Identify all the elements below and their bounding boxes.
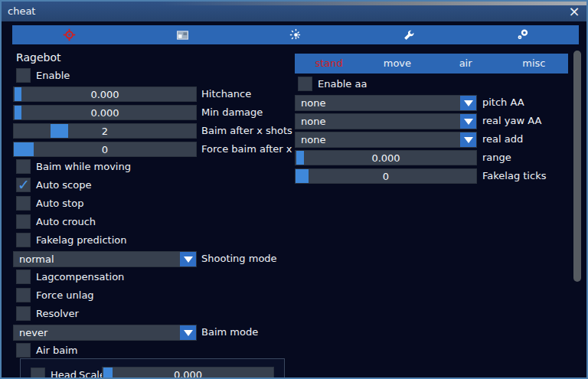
checkbox-lagcompensation[interactable]: Lagcompensation bbox=[16, 270, 124, 284]
checkbox-label: Enable aa bbox=[318, 78, 367, 90]
checkbox-box[interactable] bbox=[16, 178, 31, 192]
checkbox-label: Force unlag bbox=[36, 289, 94, 301]
section-title-ragebot: Ragebot bbox=[16, 51, 60, 64]
hitchance-slider[interactable]: 0.000 bbox=[13, 87, 197, 102]
tab-world[interactable] bbox=[239, 25, 352, 44]
chevron-down-icon[interactable] bbox=[180, 325, 196, 340]
checkbox-label: Head bbox=[51, 369, 77, 379]
checkbox-box[interactable] bbox=[16, 68, 31, 83]
checkbox-force-unlag[interactable]: Force unlag bbox=[16, 288, 94, 302]
shooting-mode-dropdown[interactable]: normal bbox=[13, 251, 197, 267]
slider-value: 2 bbox=[14, 124, 196, 138]
checkbox-label: Resolver bbox=[36, 308, 79, 319]
checkbox-label: Baim while moving bbox=[36, 161, 131, 172]
baim-after-shots-slider[interactable]: 2 bbox=[13, 123, 197, 139]
checkbox-box[interactable] bbox=[16, 270, 31, 284]
checkbox-box[interactable] bbox=[16, 159, 31, 174]
image-icon bbox=[177, 31, 188, 40]
checkbox-box[interactable] bbox=[16, 306, 31, 321]
min-damage-label: Min damage bbox=[201, 105, 263, 120]
checkbox-auto-crouch[interactable]: Auto crouch bbox=[16, 214, 96, 229]
slider-value: 0 bbox=[14, 142, 196, 156]
slider-value: 0.000 bbox=[14, 87, 196, 101]
checkbox-box[interactable] bbox=[16, 196, 31, 211]
hitchance-label: Hitchance bbox=[201, 87, 251, 102]
desktop-background-sliver bbox=[158, 2, 586, 5]
slider-value: 0.000 bbox=[103, 368, 273, 379]
checkbox-resolver[interactable]: Resolver bbox=[16, 306, 79, 321]
head-scale-slider[interactable]: 0.000 bbox=[102, 367, 274, 379]
bubbles-icon bbox=[516, 28, 529, 41]
dropdown-value: none bbox=[301, 132, 325, 148]
checkbox-label: Enable bbox=[36, 70, 70, 81]
cheat-window: cheat × bbox=[0, 0, 588, 379]
pitch-aa-dropdown[interactable]: none bbox=[295, 95, 477, 111]
tab-misc[interactable] bbox=[352, 25, 466, 44]
checkbox-head[interactable]: Head bbox=[31, 368, 77, 379]
pitch-aa-label: pitch AA bbox=[482, 95, 524, 110]
slider-value: 0 bbox=[296, 169, 476, 183]
baim-after-shots-label: Baim after x shots bbox=[201, 123, 292, 139]
checkbox-box[interactable] bbox=[16, 214, 31, 229]
real-yaw-aa-label: real yaw AA bbox=[482, 113, 541, 129]
force-baim-label: Force baim after x shots bbox=[201, 142, 294, 157]
baim-mode-dropdown[interactable]: never bbox=[13, 325, 197, 341]
fakelag-ticks-label: Fakelag ticks bbox=[482, 168, 546, 184]
vertical-scrollbar[interactable] bbox=[573, 51, 581, 282]
multipoint-groupbox: Head Scale: 0.000 bbox=[20, 358, 285, 379]
checkbox-label: Auto scope bbox=[36, 179, 91, 191]
slider-value: 0.000 bbox=[14, 106, 196, 119]
tab-move[interactable]: move bbox=[363, 54, 431, 74]
aa-state-tabs: stand move air misc bbox=[295, 54, 568, 74]
main-tabbar bbox=[12, 25, 579, 44]
range-label: range bbox=[482, 150, 511, 165]
checkbox-label: Auto stop bbox=[36, 198, 83, 209]
fakelag-ticks-slider[interactable]: 0 bbox=[295, 168, 477, 184]
dropdown-value: none bbox=[301, 96, 325, 111]
wrench-icon bbox=[403, 29, 415, 41]
checkbox-box[interactable] bbox=[16, 288, 31, 302]
tab-visuals[interactable] bbox=[126, 25, 239, 44]
range-slider[interactable]: 0.000 bbox=[295, 150, 477, 165]
sun-icon bbox=[289, 28, 302, 41]
min-damage-slider[interactable]: 0.000 bbox=[13, 105, 197, 120]
tab-air[interactable]: air bbox=[432, 54, 500, 74]
checkbox-label: Auto crouch bbox=[36, 216, 96, 227]
checkbox-label: Air baim bbox=[36, 345, 77, 356]
checkbox-baim-while-moving[interactable]: Baim while moving bbox=[16, 159, 131, 174]
real-add-label: real add bbox=[482, 132, 523, 147]
force-baim-slider[interactable]: 0 bbox=[13, 142, 197, 157]
chevron-down-icon[interactable] bbox=[460, 114, 476, 129]
baim-mode-label: Baim mode bbox=[201, 325, 258, 340]
checkbox-enable[interactable]: Enable bbox=[16, 68, 70, 83]
crosshair-icon bbox=[63, 28, 76, 41]
checkbox-label: Lagcompensation bbox=[36, 271, 124, 283]
checkbox-enable-aa[interactable]: Enable aa bbox=[298, 77, 367, 91]
slider-value: 0.000 bbox=[296, 151, 476, 165]
checkbox-air-baim[interactable]: Air baim bbox=[16, 343, 77, 358]
tab-stand[interactable]: stand bbox=[295, 54, 363, 74]
checkbox-auto-stop[interactable]: Auto stop bbox=[16, 196, 83, 211]
chevron-down-icon[interactable] bbox=[460, 132, 476, 147]
real-yaw-aa-dropdown[interactable]: none bbox=[295, 113, 477, 129]
dropdown-value: none bbox=[301, 114, 325, 129]
real-add-dropdown[interactable]: none bbox=[295, 132, 477, 148]
checkbox-box[interactable] bbox=[31, 368, 45, 379]
chevron-down-icon[interactable] bbox=[180, 252, 196, 266]
checkbox-box[interactable] bbox=[16, 343, 31, 358]
shooting-mode-label: Shooting mode bbox=[201, 251, 277, 266]
checkbox-box[interactable] bbox=[298, 77, 312, 91]
chevron-down-icon[interactable] bbox=[460, 96, 476, 110]
tab-ragebot[interactable] bbox=[12, 25, 126, 44]
checkbox-fakelag-prediction[interactable]: Fakelag prediction bbox=[16, 233, 127, 247]
checkbox-auto-scope[interactable]: Auto scope bbox=[16, 178, 91, 192]
dropdown-value: normal bbox=[19, 252, 54, 267]
dropdown-value: never bbox=[19, 325, 47, 341]
checkbox-box[interactable] bbox=[16, 233, 31, 247]
window-title: cheat bbox=[8, 2, 35, 21]
checkbox-label: Fakelag prediction bbox=[36, 234, 127, 246]
tab-misc-aa[interactable]: misc bbox=[500, 54, 568, 74]
tab-skins[interactable] bbox=[466, 25, 579, 44]
